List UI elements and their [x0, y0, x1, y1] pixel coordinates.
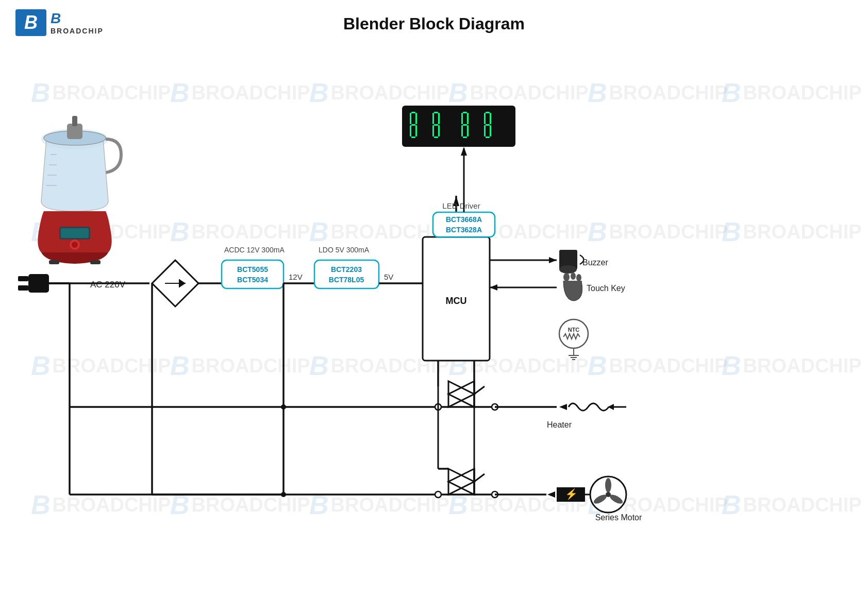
series-motor-label: Series Motor	[595, 513, 642, 522]
mcu-label: MCU	[446, 296, 467, 306]
svg-rect-43	[434, 137, 438, 138]
svg-point-114	[606, 492, 611, 497]
svg-point-95	[435, 491, 441, 498]
svg-rect-58	[484, 113, 486, 124]
svg-rect-49	[463, 124, 467, 126]
svg-rect-7	[72, 116, 77, 126]
svg-line-102	[474, 474, 485, 482]
svg-rect-60	[484, 125, 486, 137]
page-title: Blender Block Diagram	[0, 14, 868, 33]
heater	[559, 403, 626, 411]
voltage-12v-label: 12V	[289, 273, 303, 281]
svg-rect-36	[411, 137, 415, 138]
svg-rect-26	[222, 260, 283, 288]
svg-rect-12	[49, 260, 59, 264]
svg-line-88	[474, 386, 485, 394]
svg-point-71	[563, 273, 570, 281]
chip3-line2: BCT3628A	[446, 226, 482, 234]
svg-marker-106	[547, 491, 555, 498]
svg-rect-53	[461, 125, 463, 137]
svg-rect-54	[467, 125, 469, 137]
chip1-line2: BCT5034	[237, 276, 268, 284]
svg-rect-14	[28, 274, 49, 293]
svg-rect-56	[486, 124, 490, 126]
svg-point-111	[605, 478, 611, 492]
svg-rect-59	[490, 113, 491, 124]
chip2-line1: BCT2203	[331, 265, 362, 274]
svg-marker-99	[448, 469, 474, 495]
svg-rect-28	[314, 260, 379, 288]
svg-rect-51	[461, 113, 463, 124]
triac-heater	[448, 381, 868, 613]
svg-rect-52	[467, 113, 469, 124]
svg-rect-34	[411, 112, 415, 113]
svg-text:⚡: ⚡	[565, 488, 578, 500]
svg-rect-45	[438, 113, 440, 124]
series-motor-symbol: ⚡	[547, 476, 626, 513]
ac-voltage-label: AC 220V	[90, 280, 126, 290]
touch-key	[563, 273, 582, 301]
svg-marker-85	[448, 381, 474, 407]
svg-rect-47	[438, 125, 440, 137]
svg-rect-55	[486, 112, 490, 113]
svg-marker-92	[559, 404, 567, 410]
svg-rect-41	[434, 112, 438, 113]
voltage-5v-label: 5V	[384, 273, 393, 281]
svg-marker-64	[461, 147, 467, 156]
svg-rect-37	[410, 113, 411, 124]
svg-rect-33	[402, 106, 515, 147]
buzzer	[559, 250, 584, 274]
triac-motor	[448, 469, 485, 495]
led-driver-label: LED Driver	[442, 201, 480, 210]
led-display	[402, 106, 515, 147]
svg-rect-42	[434, 124, 438, 126]
bridge-rectifier	[152, 260, 198, 306]
svg-text:NTC: NTC	[568, 327, 580, 333]
svg-point-11	[72, 242, 78, 248]
svg-rect-46	[432, 125, 434, 137]
svg-point-116	[281, 404, 286, 410]
buzzer-label: Buzzer	[582, 258, 608, 267]
svg-point-72	[571, 273, 576, 280]
svg-rect-40	[415, 125, 417, 137]
chip2-line2: BCT78L05	[329, 276, 364, 284]
svg-rect-15	[18, 276, 28, 281]
heater-label: Heater	[547, 420, 572, 429]
svg-rect-57	[486, 137, 490, 138]
power-plug	[18, 274, 70, 293]
svg-marker-70	[490, 284, 497, 291]
svg-point-73	[576, 274, 581, 281]
circuit-diagram: AC 220V ACDC 12V 300mA BCT5055 BCT5034 1…	[0, 46, 868, 613]
svg-point-68	[559, 265, 577, 274]
svg-rect-13	[90, 260, 101, 264]
ldo-label: LDO 5V 300mA	[319, 246, 370, 254]
chip1-line1: BCT5055	[237, 265, 268, 274]
ntc-thermistor: NTC	[559, 319, 588, 360]
svg-rect-35	[411, 124, 415, 126]
acdc-label: ACDC 12V 300mA	[224, 246, 285, 254]
svg-rect-48	[463, 112, 467, 113]
svg-rect-16	[18, 285, 28, 291]
chip3-line1: BCT3668A	[446, 215, 482, 224]
svg-marker-66	[549, 257, 557, 263]
svg-rect-39	[410, 125, 411, 137]
touch-key-label: Touch Key	[587, 284, 625, 293]
blender-image	[38, 116, 121, 264]
svg-rect-9	[61, 228, 89, 238]
svg-rect-38	[415, 113, 417, 124]
svg-rect-44	[432, 113, 434, 124]
svg-rect-50	[463, 137, 467, 138]
svg-rect-61	[490, 125, 491, 137]
svg-marker-86	[448, 381, 474, 407]
svg-marker-100	[448, 469, 474, 495]
